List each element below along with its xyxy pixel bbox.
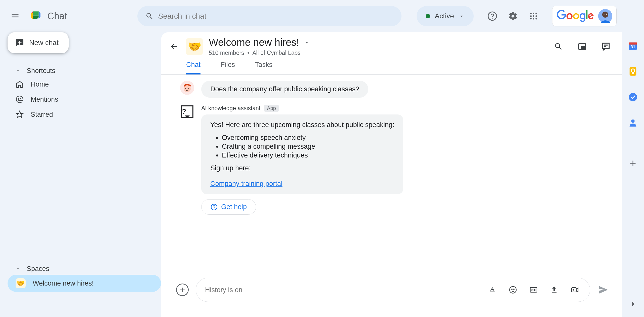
account-block[interactable]	[552, 6, 617, 26]
video-plus-icon	[571, 286, 579, 294]
chevron-down-icon	[459, 13, 465, 19]
nav-home[interactable]: Home	[8, 77, 161, 92]
star-icon	[16, 110, 24, 118]
nav-space-welcome[interactable]: 🤝 Welcome new hires!	[8, 275, 161, 292]
top-icons	[486, 10, 540, 22]
question-bot-icon: ?	[181, 105, 193, 118]
apps-button[interactable]	[528, 10, 540, 22]
status-label: Active	[435, 12, 454, 20]
thread-icon	[601, 42, 610, 51]
text-format-icon	[488, 286, 496, 294]
side-add[interactable]	[627, 158, 638, 169]
status-selector[interactable]: Active	[417, 6, 473, 26]
tab-tasks[interactable]: Tasks	[255, 61, 272, 74]
upload-button[interactable]	[548, 284, 560, 296]
chevron-down-icon[interactable]	[303, 39, 310, 46]
svg-point-19	[184, 85, 191, 92]
new-chat-label: New chat	[29, 39, 59, 47]
space-header: 🤝 Welcome new hires! 510 members • All o…	[161, 32, 622, 56]
apps-grid-icon	[529, 12, 538, 21]
composer[interactable]: GIF	[196, 278, 590, 302]
svg-point-3	[533, 13, 534, 14]
message-list: Does the company offer public speaking c…	[161, 75, 622, 270]
svg-point-6	[533, 15, 534, 17]
training-portal-link[interactable]: Company training portal	[210, 180, 283, 187]
caret-down-icon	[16, 266, 21, 271]
gif-button[interactable]: GIF	[528, 284, 540, 296]
bot-list-item: Crafting a compelling message	[222, 143, 394, 150]
shortcuts-header[interactable]: Shortcuts	[8, 65, 161, 77]
search-in-space-button[interactable]	[552, 41, 565, 53]
back-button[interactable]	[168, 41, 180, 53]
search-bar[interactable]	[137, 6, 401, 26]
user-message-avatar	[180, 81, 194, 95]
side-panel: 31	[622, 0, 644, 317]
svg-point-37	[631, 120, 634, 123]
app-badge: App	[264, 105, 279, 112]
left-nav: New chat Shortcuts Home Mentions Starred	[0, 0, 161, 317]
svg-point-7	[535, 15, 537, 17]
message-user: Does the company offer public speaking c…	[180, 81, 612, 98]
space-subtitle: 510 members • All of Cymbal Labs	[209, 50, 310, 56]
svg-point-23	[214, 208, 214, 209]
add-button[interactable]	[176, 284, 189, 296]
send-icon	[598, 285, 608, 295]
svg-point-4	[535, 13, 537, 14]
space-tabs: Chat Files Tasks	[161, 56, 622, 75]
send-button[interactable]	[597, 284, 609, 296]
search-icon	[145, 12, 153, 20]
status-dot-icon	[426, 14, 430, 18]
emoji-button[interactable]	[507, 284, 519, 296]
composer-area: GIF	[161, 270, 622, 317]
new-chat-button[interactable]: New chat	[8, 32, 69, 53]
format-button[interactable]	[486, 284, 498, 296]
mention-icon	[16, 95, 24, 103]
bot-message-body: Yes! Here are three upcoming classes abo…	[201, 114, 403, 194]
message-input[interactable]	[205, 286, 486, 294]
video-meeting-button[interactable]	[569, 284, 581, 296]
gif-icon: GIF	[530, 286, 538, 294]
bot-list-item: Overcoming speech anxiety	[222, 134, 394, 142]
side-calendar[interactable]: 31	[627, 40, 638, 51]
bot-avatar: ?	[180, 105, 194, 119]
svg-rect-31	[629, 43, 637, 45]
svg-point-25	[512, 289, 512, 290]
svg-point-5	[530, 15, 532, 17]
help-icon	[487, 11, 497, 21]
nav-mentions[interactable]: Mentions	[8, 92, 161, 107]
svg-point-26	[514, 289, 514, 290]
spaces-header[interactable]: Spaces	[8, 263, 161, 275]
svg-point-24	[510, 287, 516, 293]
side-contacts[interactable]	[627, 117, 638, 128]
get-help-button[interactable]: Get help	[201, 199, 256, 215]
nav-starred[interactable]: Starred	[8, 107, 161, 122]
main-panel: 🤝 Welcome new hires! 510 members • All o…	[161, 32, 622, 317]
side-keep[interactable]	[627, 66, 638, 77]
svg-point-14	[606, 14, 607, 15]
bot-sender-row: AI knowledge assistant App	[201, 105, 403, 112]
main-menu-button[interactable]	[6, 7, 24, 25]
tab-files[interactable]: Files	[221, 61, 235, 74]
side-collapse[interactable]	[627, 298, 638, 309]
help-button[interactable]	[486, 10, 498, 22]
calendar-icon: 31	[628, 41, 638, 51]
tab-chat[interactable]: Chat	[186, 61, 200, 74]
thread-panel-button[interactable]	[600, 41, 612, 53]
svg-point-10	[535, 18, 537, 20]
brand-title: Chat	[47, 11, 67, 22]
space-title: Welcome new hires!	[209, 37, 299, 48]
svg-text:31: 31	[631, 45, 635, 49]
emoji-icon	[509, 286, 517, 294]
bot-intro: Yes! Here are three upcoming classes abo…	[210, 121, 394, 129]
space-avatar: 🤝	[186, 38, 203, 55]
user-avatar[interactable]	[598, 9, 612, 23]
side-tasks[interactable]	[627, 92, 638, 103]
person-icon	[628, 118, 638, 128]
picture-in-picture-button[interactable]	[576, 41, 588, 53]
svg-point-15	[18, 98, 21, 101]
bot-list-item: Effective delivery techniques	[222, 151, 394, 159]
bot-sender-name: AI knowledge assistant	[201, 105, 260, 112]
settings-button[interactable]	[507, 10, 519, 22]
svg-point-21	[188, 88, 189, 89]
search-input[interactable]	[158, 12, 394, 20]
